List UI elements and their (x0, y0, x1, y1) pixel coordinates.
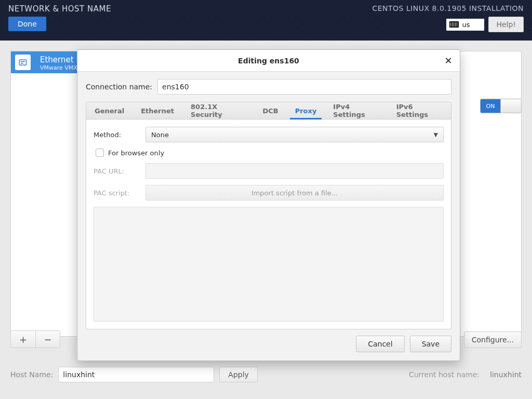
proxy-method-label: Method: (94, 131, 140, 139)
current-hostname-value: linuxhint (490, 370, 522, 379)
pac-script-row: PAC script: Import script from a file... (94, 185, 444, 201)
configure-button[interactable]: Configure... (464, 331, 522, 348)
tab-content-proxy: Method: None ▼ For browser only PAC URL:… (86, 119, 451, 329)
apply-button[interactable]: Apply (219, 367, 258, 382)
tab-general[interactable]: General (86, 102, 132, 119)
keyboard-icon (449, 21, 459, 28)
hostname-row: Host Name: Apply Current host name: linu… (10, 367, 522, 382)
page-title: NETWORK & HOST NAME (8, 4, 111, 14)
tab-8021x-security[interactable]: 802.1X Security (182, 102, 254, 119)
dialog-title: Editing ens160 (238, 57, 299, 65)
remove-device-button[interactable]: − (35, 331, 60, 348)
banner-right-row: us Help! (446, 17, 524, 32)
keyboard-indicator[interactable]: us (446, 19, 484, 31)
toggle-knob (500, 99, 521, 113)
keyboard-layout-label: us (462, 21, 470, 29)
banner-right: CENTOS LINUX 8.0.1905 INSTALLATION us He… (372, 4, 524, 35)
pac-url-label: PAC URL: (94, 167, 140, 175)
installer-title: CENTOS LINUX 8.0.1905 INSTALLATION (372, 4, 524, 12)
connection-name-input[interactable] (157, 79, 451, 95)
proxy-method-value: None (151, 131, 169, 139)
current-hostname-label: Current host name: (409, 370, 480, 379)
pac-script-textarea (94, 207, 444, 322)
pac-script-label: PAC script: (94, 189, 140, 197)
browser-only-label: For browser only (108, 149, 164, 157)
toggle-on-label: ON (481, 99, 500, 113)
connection-name-row: Connection name: (86, 79, 451, 95)
tab-dcb[interactable]: DCB (254, 102, 286, 119)
save-button[interactable]: Save (410, 336, 451, 352)
proxy-method-select[interactable]: None ▼ (145, 127, 444, 142)
tab-ipv4-settings[interactable]: IPv4 Settings (325, 102, 388, 119)
tab-proxy[interactable]: Proxy (287, 102, 325, 119)
tab-ipv6-settings[interactable]: IPv6 Settings (388, 102, 451, 119)
banner-left: NETWORK & HOST NAME Done (8, 4, 111, 35)
browser-only-checkbox[interactable] (96, 149, 104, 157)
top-banner: NETWORK & HOST NAME Done CENTOS LINUX 8.… (0, 0, 532, 41)
help-button[interactable]: Help! (488, 17, 524, 32)
proxy-method-row: Method: None ▼ (94, 127, 444, 142)
ethernet-icon (15, 55, 31, 70)
dialog-footer: Cancel Save (77, 329, 460, 361)
cancel-button[interactable]: Cancel (356, 336, 404, 352)
connection-name-label: Connection name: (86, 83, 152, 91)
add-device-button[interactable]: + (11, 331, 35, 348)
tabs-bar: General Ethernet 802.1X Security DCB Pro… (86, 102, 451, 119)
pac-url-input (145, 163, 444, 179)
hostname-label: Host Name: (10, 370, 53, 379)
dialog-body: Connection name: General Ethernet 802.1X… (77, 72, 460, 329)
browser-only-row: For browser only (96, 149, 444, 157)
add-remove-group: + − (10, 330, 60, 348)
svg-rect-0 (19, 60, 26, 65)
done-button[interactable]: Done (8, 17, 46, 31)
chevron-down-icon: ▼ (434, 131, 438, 138)
pac-url-row: PAC URL: (94, 163, 444, 179)
edit-connection-dialog: Editing ens160 ✕ Connection name: Genera… (77, 49, 460, 361)
connection-toggle[interactable]: ON (480, 99, 522, 113)
dialog-header: Editing ens160 ✕ (77, 50, 460, 72)
tab-ethernet[interactable]: Ethernet (132, 102, 182, 119)
hostname-input[interactable] (58, 367, 214, 382)
import-script-button: Import script from a file... (145, 185, 444, 201)
close-button[interactable]: ✕ (442, 54, 455, 66)
